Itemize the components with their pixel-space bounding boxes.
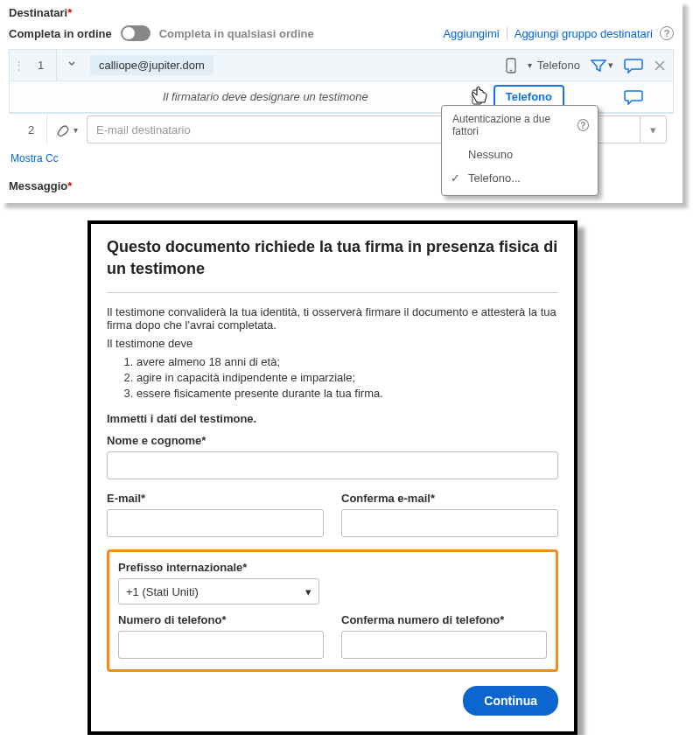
- recipients-panel: Destinatari* Completa in ordine Completa…: [0, 0, 682, 203]
- auth-dropdown-header: Autenticazione a due fattori ?: [442, 106, 598, 143]
- svg-point-1: [510, 69, 512, 71]
- witness-requirements-list: avere almeno 18 anni di età; agire in ca…: [136, 355, 558, 400]
- recipient-number: 2: [16, 114, 47, 145]
- auth-method-label: Telefono: [537, 59, 580, 72]
- requirement-item: essere fisicamente presente durante la t…: [136, 387, 558, 400]
- required-asterisk: *: [430, 492, 435, 505]
- auth-option-none[interactable]: Nessuno: [442, 143, 598, 166]
- order-toggle-left: Completa in ordine Completa in qualsiasi…: [9, 24, 314, 42]
- auth-dropdown-header-text: Autenticazione a due fattori: [452, 113, 572, 137]
- phone-label-text: Numero di telefono: [118, 613, 221, 626]
- witness-designate-text: Il firmatario deve designare un testimon…: [60, 90, 471, 103]
- modal-separator: [107, 292, 558, 293]
- recipient-input-chevron-icon[interactable]: ▾: [640, 116, 666, 143]
- email-field-group: E-mail*: [107, 492, 324, 537]
- order-toggle-row: Completa in ordine Completa in qualsiasi…: [9, 21, 674, 49]
- recipient-row1-actions: ▾ Telefono ▾: [505, 58, 666, 73]
- email-fields-row: E-mail* Conferma e-mail*: [107, 492, 558, 537]
- recipients-label: Destinatari*: [9, 3, 674, 21]
- confirm-phone-field-group: Conferma numero di telefono*: [341, 613, 547, 659]
- modal-title: Questo documento richiede la tua firma i…: [107, 236, 558, 280]
- recipients-label-text: Destinatari: [9, 6, 67, 19]
- complete-any-order-label: Completa in qualsiasi ordine: [159, 27, 314, 40]
- required-asterisk: *: [67, 179, 72, 192]
- witness-name-input[interactable]: [107, 451, 558, 479]
- intl-prefix-value: +1 (Stati Uniti): [126, 585, 199, 598]
- witness-modal: Questo documento richiede la tua firma i…: [88, 220, 578, 735]
- order-toggle[interactable]: [121, 25, 150, 41]
- email-label-text: E-mail: [107, 492, 141, 505]
- phone-fields-row: Numero di telefono* Conferma numero di t…: [118, 613, 547, 659]
- requirement-item: avere almeno 18 anni di età;: [136, 355, 558, 368]
- auth-option-phone[interactable]: Telefono...: [442, 166, 598, 190]
- intl-prefix-select[interactable]: +1 (Stati Uniti) ▾: [118, 578, 319, 605]
- required-asterisk: *: [221, 613, 226, 626]
- intl-prefix-group: Prefisso internazionale* +1 (Stati Uniti…: [118, 561, 547, 605]
- name-label: Nome e cognome*: [107, 434, 558, 447]
- modal-paragraph-2: Il testimone deve: [107, 337, 558, 350]
- intl-prefix-label-text: Prefisso internazionale: [118, 561, 242, 574]
- modal-paragraph-1: Il testimone convaliderà la tua identità…: [107, 305, 558, 332]
- confirm-email-label: Conferma e-mail*: [341, 492, 558, 505]
- witness-email-input[interactable]: [107, 509, 324, 537]
- chevron-down-icon: ▾: [305, 585, 312, 598]
- witness-confirm-email-input[interactable]: [341, 509, 558, 537]
- collapse-chevron-icon[interactable]: [57, 59, 87, 72]
- name-label-text: Nome e cognome: [107, 434, 201, 447]
- signer-role-icon[interactable]: ▾: [56, 122, 78, 136]
- intl-prefix-label: Prefisso internazionale*: [118, 561, 547, 574]
- required-asterisk: *: [500, 613, 504, 626]
- confirm-phone-label-text: Conferma numero di telefono: [341, 613, 500, 626]
- chevron-down-icon: ▾: [74, 125, 78, 135]
- phone-field-group: Numero di telefono*: [118, 613, 324, 659]
- complete-order-label: Completa in ordine: [9, 24, 112, 42]
- required-asterisk: *: [242, 561, 247, 574]
- remove-recipient-icon[interactable]: [654, 59, 666, 72]
- confirm-email-label-text: Conferma e-mail: [341, 492, 430, 505]
- recipient-row-1: ⋮ 1 calliope@jupiter.dom ▾ Telefono ▾: [10, 50, 673, 81]
- chevron-down-icon: ▾: [608, 59, 613, 71]
- mobile-phone-icon: [505, 58, 517, 73]
- message-icon[interactable]: [624, 89, 643, 105]
- email-label: E-mail*: [107, 492, 324, 505]
- required-asterisk: *: [141, 492, 145, 505]
- required-asterisk: *: [67, 6, 72, 19]
- witness-phone-input[interactable]: [118, 631, 324, 659]
- phone-label: Numero di telefono*: [118, 613, 324, 626]
- enter-witness-data-heading: Immetti i dati del testimone.: [107, 412, 558, 425]
- message-icon[interactable]: [624, 58, 643, 73]
- recipient-email-pill[interactable]: calliope@jupiter.dom: [90, 55, 214, 75]
- link-divider: [507, 27, 508, 39]
- drag-handle-icon[interactable]: ⋮: [13, 59, 25, 72]
- phone-highlight-box: Prefisso internazionale* +1 (Stati Uniti…: [107, 549, 558, 672]
- chevron-down-icon: ▾: [528, 60, 532, 70]
- auth-method-dropdown[interactable]: ▾ Telefono: [528, 59, 580, 72]
- required-asterisk: *: [201, 434, 206, 447]
- confirm-phone-label: Conferma numero di telefono*: [341, 613, 547, 626]
- cursor-hand-icon: [471, 86, 488, 108]
- help-icon[interactable]: ?: [578, 119, 589, 131]
- top-links: Aggiungimi Aggiungi gruppo destinatari ?: [443, 26, 674, 40]
- name-field-group: Nome e cognome*: [107, 434, 558, 479]
- recipient-rows: ⋮ 1 calliope@jupiter.dom ▾ Telefono ▾: [9, 49, 674, 114]
- filter-icon[interactable]: ▾: [591, 59, 613, 73]
- witness-auth-label: Telefono: [506, 90, 552, 103]
- auth-dropdown-popup: Autenticazione a due fattori ? Nessuno T…: [441, 105, 598, 196]
- recipient-number: 1: [25, 50, 57, 80]
- witness-confirm-phone-input[interactable]: [341, 631, 547, 659]
- confirm-email-field-group: Conferma e-mail*: [341, 492, 558, 537]
- help-icon[interactable]: ?: [660, 26, 674, 40]
- continue-button[interactable]: Continua: [463, 686, 558, 716]
- requirement-item: agire in capacità indipendente e imparzi…: [136, 371, 558, 384]
- add-me-link[interactable]: Aggiungimi: [443, 27, 499, 40]
- add-recipient-group-link[interactable]: Aggiungi gruppo destinatari: [514, 27, 653, 40]
- message-label-text: Messaggio: [9, 179, 67, 192]
